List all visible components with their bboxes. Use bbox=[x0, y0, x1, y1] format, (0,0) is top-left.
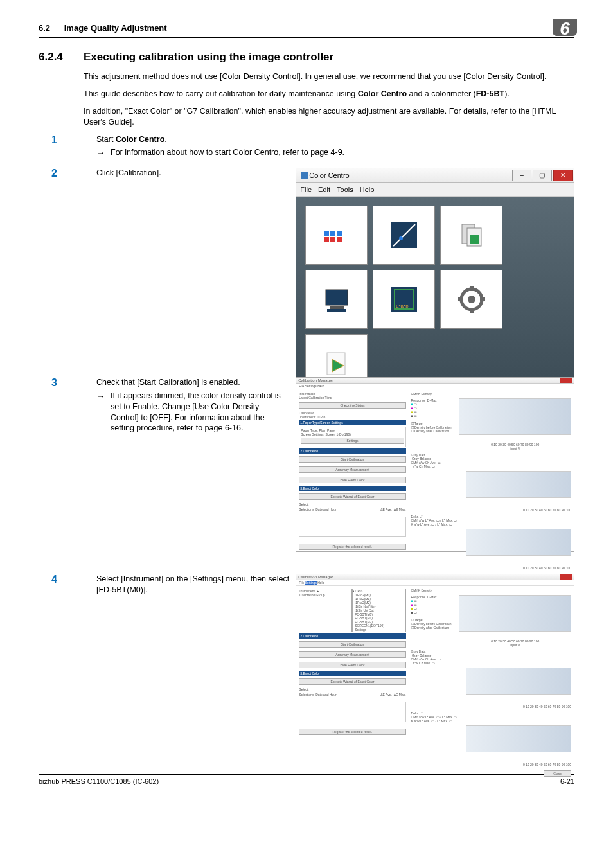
cal-mgr-title: Calibration Manager bbox=[298, 378, 333, 382]
spot-color-icon bbox=[456, 219, 488, 251]
close-icon[interactable] bbox=[560, 574, 572, 580]
maximize-button[interactable]: ▢ bbox=[533, 170, 552, 181]
intro-para-3: In addition, "Exact Color" or "G7 Calibr… bbox=[84, 106, 574, 128]
app-icon bbox=[300, 171, 309, 180]
hide-event-button-2[interactable]: Hide Event Color bbox=[299, 662, 405, 668]
header-section-num: 6.2 bbox=[39, 23, 50, 33]
step-3: 3 Check that [Start Calibration] is enab… bbox=[39, 377, 574, 552]
step-4-number: 4 bbox=[39, 574, 96, 596]
calibration-bar: 2.Calibration bbox=[299, 448, 405, 454]
tile-management[interactable] bbox=[440, 270, 502, 329]
exact-color-bar: 3.Exact Color bbox=[299, 486, 405, 491]
step-4: 4 Select [Instrument] on the [Settings] … bbox=[39, 574, 574, 748]
step-3-number: 3 bbox=[39, 377, 96, 434]
svg-rect-13 bbox=[330, 306, 344, 309]
page-header: 6.2 Image Quality Adjustment 6 bbox=[39, 19, 574, 38]
tile-calibration[interactable] bbox=[305, 206, 368, 265]
cc-title: Color Centro bbox=[309, 172, 512, 179]
tile-color-default[interactable] bbox=[305, 270, 368, 329]
step-2-text: Click [Calibration]. bbox=[96, 168, 289, 179]
menu-tools[interactable]: Tools bbox=[337, 186, 353, 193]
menu-help[interactable]: Help bbox=[360, 186, 375, 193]
arrow-icon: → bbox=[96, 391, 111, 434]
step-1-number: 1 bbox=[39, 134, 96, 159]
intro-para-2: This guide describes how to carry out ca… bbox=[84, 89, 574, 100]
svg-rect-6 bbox=[337, 237, 342, 242]
svg-point-8 bbox=[399, 236, 403, 240]
cal-manager-screenshot-1: Calibration Manager File Settings Help I… bbox=[296, 377, 574, 552]
exact-color-bar-2: 3.Exact Color bbox=[299, 671, 405, 676]
svg-rect-3 bbox=[337, 231, 342, 236]
color-centro-screenshot: Color Centro – ▢ ✕ File Edit Tools Help bbox=[296, 168, 574, 355]
start-calibration-button-2[interactable]: Start Calibration bbox=[299, 641, 405, 648]
register-button-2[interactable]: Register the selected result. bbox=[299, 729, 405, 735]
step-1: 1 Start Color Centro. → For information … bbox=[39, 134, 574, 159]
menu-edit[interactable]: Edit bbox=[318, 186, 330, 193]
svg-text:L*a*b: L*a*b bbox=[396, 303, 409, 309]
arrow-icon: → bbox=[96, 147, 111, 159]
chapter-badge: 6 bbox=[553, 19, 577, 36]
accuracy-button-2[interactable]: Accuracy Measurement bbox=[299, 651, 405, 658]
section-heading: 6.2.4 Executing calibration using the im… bbox=[39, 51, 574, 64]
calibration-icon bbox=[321, 219, 353, 251]
settings-button[interactable]: Settings bbox=[301, 438, 404, 444]
check-status-button[interactable]: Check the Status bbox=[299, 402, 405, 409]
paper-type-bar: 1.Paper Type/Screen Settings bbox=[299, 420, 405, 425]
start-calibration-button[interactable]: Start Calibration bbox=[299, 456, 405, 463]
step-3-text: Check that [Start Calibration] is enable… bbox=[96, 377, 289, 388]
cal-manager-screenshot-2: Calibration Manager File Settings Help I… bbox=[296, 574, 574, 748]
exact-color-button-2[interactable]: Execute Wizard of Exact Color bbox=[299, 678, 405, 685]
tile-profile[interactable]: L*a*b bbox=[373, 270, 435, 329]
svg-rect-19 bbox=[470, 286, 474, 291]
svg-rect-0 bbox=[301, 172, 308, 179]
tone-curve-icon bbox=[388, 219, 420, 251]
hide-event-button[interactable]: Hide Event Color bbox=[299, 477, 405, 483]
gray-chart bbox=[466, 471, 571, 498]
svg-rect-14 bbox=[327, 309, 346, 312]
monitor-icon bbox=[321, 283, 353, 315]
minimize-button[interactable]: – bbox=[512, 170, 531, 181]
density-chart bbox=[459, 398, 571, 435]
svg-rect-22 bbox=[480, 297, 485, 301]
section-number: 6.2.4 bbox=[39, 51, 84, 64]
header-section-title: Image Quality Adjustment bbox=[64, 23, 167, 33]
step-2: 2 Click [Calibration]. Color Centro – ▢ … bbox=[39, 168, 574, 355]
close-button-dialog-2[interactable]: Close bbox=[544, 770, 571, 777]
svg-rect-4 bbox=[324, 237, 329, 242]
accuracy-button[interactable]: Accuracy Measurement bbox=[299, 466, 405, 473]
deltal-chart bbox=[466, 529, 571, 556]
close-icon[interactable] bbox=[560, 378, 572, 383]
cal-mgr-title-2: Calibration Manager bbox=[298, 575, 333, 579]
density-chart-2 bbox=[459, 595, 571, 632]
gear-icon bbox=[456, 283, 488, 315]
svg-rect-5 bbox=[330, 237, 335, 242]
tile-spot-color[interactable] bbox=[440, 206, 502, 265]
menu-file[interactable]: File bbox=[300, 186, 312, 193]
step-2-number: 2 bbox=[39, 168, 96, 179]
svg-rect-12 bbox=[326, 290, 348, 305]
section-title: Executing calibration using the image co… bbox=[84, 51, 333, 64]
play-icon bbox=[321, 348, 353, 380]
deltal-chart-2 bbox=[466, 725, 571, 752]
svg-rect-2 bbox=[330, 231, 335, 236]
calibration-bar-2: 2.Calibration bbox=[299, 633, 405, 639]
intro-para-1: This adjustment method does not use [Col… bbox=[84, 71, 574, 82]
svg-rect-11 bbox=[470, 235, 479, 244]
step-1-text: Start Color Centro. bbox=[96, 134, 574, 145]
gray-chart-2 bbox=[466, 668, 571, 695]
exact-color-button[interactable]: Execute Wizard of Exact Color bbox=[299, 493, 405, 500]
svg-rect-21 bbox=[458, 297, 463, 301]
step-3-bullet: If it appears dimmed, the color density … bbox=[111, 391, 289, 434]
footer-left: bizhub PRESS C1100/C1085 (IC-602) bbox=[39, 777, 159, 785]
profile-icon: L*a*b bbox=[388, 283, 420, 315]
register-button[interactable]: Register the selected result. bbox=[299, 544, 405, 550]
svg-rect-1 bbox=[324, 231, 329, 236]
svg-rect-20 bbox=[470, 308, 474, 313]
step-4-text: Select [Instrument] on the [Settings] me… bbox=[96, 574, 289, 596]
step-1-bullet: For information about how to start Color… bbox=[111, 147, 574, 159]
tile-tone-curve[interactable] bbox=[373, 206, 435, 265]
svg-point-18 bbox=[468, 296, 475, 303]
close-button[interactable]: ✕ bbox=[553, 170, 573, 181]
